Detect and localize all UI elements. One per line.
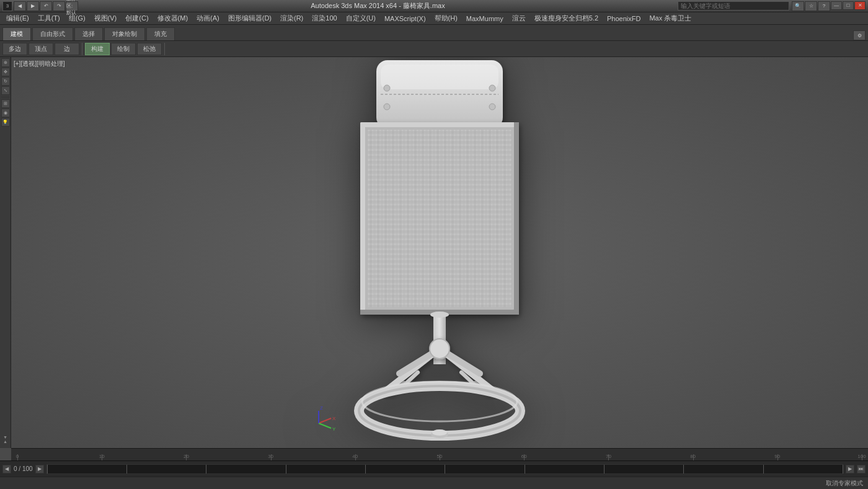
timeline: ◀ 0 / 100 ▶ ▶ ⏭ <box>0 460 868 477</box>
timeline-prev[interactable]: ◀ <box>2 465 11 473</box>
left-tool-rotate[interactable]: ↻ <box>1 77 10 86</box>
close-button[interactable]: ✕ <box>854 1 866 10</box>
menu-item-h[interactable]: 帮助(H) <box>431 12 461 24</box>
left-tool-material[interactable]: ◉ <box>1 109 10 117</box>
tab-row: 建模 自由形式 选择 对象绘制 填充 ⚙ <box>0 25 868 41</box>
timeline-marker-70 <box>604 465 604 473</box>
tab-select[interactable]: 选择 <box>74 27 103 40</box>
chair-model: X Y Z <box>309 57 570 448</box>
svg-point-23 <box>430 312 449 318</box>
star-icon[interactable]: ☆ <box>805 1 817 11</box>
tb-icon-1[interactable]: ◀ <box>14 1 26 11</box>
tab-settings-icon[interactable]: ⚙ <box>853 30 866 40</box>
menu-item-v[interactable]: 视图(V) <box>91 12 121 24</box>
timeline-marker-60 <box>525 465 525 473</box>
toolbar-btn-draw[interactable]: 绘制 <box>111 43 136 55</box>
title-bar: 3 ◀ ▶ ↶ ↷ 工作区: 默认 Autodesk 3ds Max 2014 … <box>0 0 868 12</box>
menu-item-a[interactable]: 动画(A) <box>193 12 223 24</box>
title-bar-title: Autodesk 3ds Max 2014 x64 - 藤椅家具.max <box>78 1 678 11</box>
ruler-label-100: 100 <box>857 454 866 459</box>
status-bar: 取消专家模式 <box>0 477 868 489</box>
menu-item-[interactable]: 渲染100 <box>308 12 340 24</box>
left-toolbar-label2[interactable]: ▼ <box>3 440 7 444</box>
menu-item-d[interactable]: 图形编辑器(D) <box>224 12 275 24</box>
timeline-end[interactable]: ⏭ <box>857 465 866 473</box>
toolbar-section-1: 多边 顶点 边 <box>2 43 82 55</box>
viewport-label: [+][透视][明暗处理] <box>14 60 65 68</box>
title-search-input[interactable] <box>678 1 789 11</box>
timeline-next[interactable]: ▶ <box>35 465 44 473</box>
menu-item-t[interactable]: 工具(T) <box>34 12 64 24</box>
tab-object-paint[interactable]: 对象绘制 <box>104 27 145 40</box>
menu-item-[interactable]: 渲云 <box>508 12 529 24</box>
menu-item-max[interactable]: Max 杀毒卫士 <box>645 12 695 24</box>
coord-axis: X Y Z <box>319 405 336 432</box>
svg-line-39 <box>319 423 331 428</box>
maximize-button[interactable]: □ <box>843 1 854 10</box>
menu-item-m[interactable]: 修改器(M) <box>154 12 192 24</box>
svg-point-13 <box>384 104 390 110</box>
menu-item-[interactable]: 极速瘦身安全归档5.2 <box>531 12 602 24</box>
left-tool-snap[interactable]: ⊞ <box>1 99 10 108</box>
ruler-label-20: 20 <box>184 454 189 459</box>
menu-item-c[interactable]: 创建(C) <box>122 12 152 24</box>
svg-rect-19 <box>360 122 519 127</box>
ruler-label-50: 50 <box>437 454 443 459</box>
left-tool-light[interactable]: 💡 <box>1 118 10 127</box>
title-bar-left: 3 ◀ ▶ ↶ ↷ 工作区: 默认 <box>2 1 78 11</box>
svg-point-37 <box>432 429 447 436</box>
tb-icon-4[interactable]: ↷ <box>53 1 65 11</box>
viewport-wrapper: ⊕ ✥ ↻ ⤡ ⊞ ◉ 💡 ▲ ▼ [+][透视][明暗处理] <box>0 57 868 477</box>
minimize-button[interactable]: — <box>831 1 842 10</box>
ruler-label-80: 80 <box>690 454 696 459</box>
left-toolbar-label[interactable]: ▲ <box>3 436 7 440</box>
timeline-play[interactable]: ▶ <box>846 465 854 473</box>
svg-point-14 <box>489 104 495 110</box>
tab-freeform[interactable]: 自由形式 <box>32 27 73 40</box>
tab-fill[interactable]: 填充 <box>146 27 175 40</box>
svg-text:Y: Y <box>332 426 336 432</box>
svg-text:X: X <box>332 416 336 421</box>
search-icon[interactable]: 🔍 <box>792 1 804 11</box>
toolbar-btn-1[interactable]: 多边 <box>2 43 27 55</box>
svg-rect-9 <box>381 65 498 89</box>
menu-bar: 编辑(E)工具(T)组(G)视图(V)创建(C)修改器(M)动画(A)图形编辑器… <box>0 12 868 25</box>
ruler-label-60: 60 <box>521 454 527 459</box>
timeline-marker-80 <box>683 465 684 473</box>
left-tool-move[interactable]: ✥ <box>1 68 10 76</box>
ruler-label-10: 10 <box>99 454 105 459</box>
toolbar-btn-2[interactable]: 顶点 <box>29 43 53 55</box>
svg-point-28 <box>430 339 450 359</box>
svg-point-11 <box>384 85 390 91</box>
left-toolbar-bottom: ▲ ▼ <box>3 436 7 444</box>
workspace-selector[interactable]: 工作区: 默认 <box>66 1 78 11</box>
left-toolbar-divider <box>1 97 10 97</box>
svg-line-38 <box>319 418 331 423</box>
menu-item-g[interactable]: 组(G) <box>65 12 89 24</box>
viewport[interactable]: [+][透视][明暗处理] <box>11 57 868 448</box>
menu-item-u[interactable]: 自定义(U) <box>342 12 379 24</box>
left-tool-select[interactable]: ⊕ <box>1 58 10 67</box>
timeline-track[interactable] <box>46 464 843 474</box>
menu-item-phoenixfd[interactable]: PhoenixFD <box>603 14 644 24</box>
tb-icon-3[interactable]: ↶ <box>40 1 52 11</box>
left-tool-scale[interactable]: ⤡ <box>1 86 10 95</box>
timeline-marker-100 <box>843 465 843 473</box>
menu-item-maxmummy[interactable]: MaxMummy <box>463 14 507 24</box>
tab-modeling[interactable]: 建模 <box>2 27 31 40</box>
menu-item-r[interactable]: 渲染(R) <box>277 12 307 24</box>
viewport-canvas[interactable]: X Y Z <box>11 57 868 448</box>
tb-icon-2[interactable]: ▶ <box>27 1 39 11</box>
menu-item-e[interactable]: 编辑(E) <box>2 12 33 24</box>
toolbar-btn-build[interactable]: 构建 <box>85 43 110 55</box>
chair-back-frame <box>360 122 519 315</box>
title-bar-controls: 🔍 ☆ ? — □ ✕ <box>792 1 866 11</box>
toolbar-section-2: 构建 绘制 松弛 <box>85 43 165 55</box>
timeline-ruler: 0102030405060708090100 <box>11 448 868 460</box>
toolbar-btn-3[interactable]: 边 <box>55 43 79 55</box>
toolbar-btn-relax[interactable]: 松弛 <box>137 43 162 55</box>
question-icon[interactable]: ? <box>818 1 830 11</box>
svg-point-12 <box>489 85 495 91</box>
ruler-label-70: 70 <box>606 454 611 459</box>
menu-item-maxscriptx[interactable]: MAXScript(X) <box>381 14 430 24</box>
